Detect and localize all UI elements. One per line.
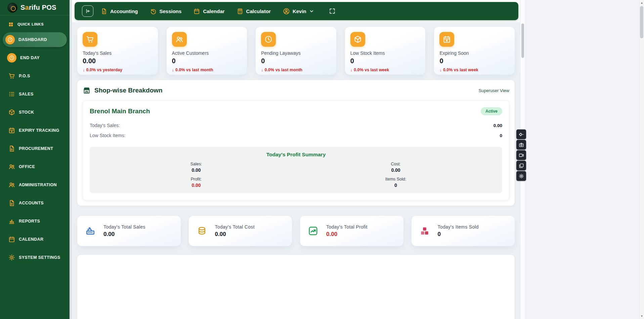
cart-icon	[83, 32, 97, 47]
main-area: Accounting Sessions Calendar Calculator	[72, 0, 520, 319]
topbar-link-calendar[interactable]: Calendar	[194, 8, 224, 14]
profit-cell-cost: Cost: 0.00	[296, 162, 496, 173]
layers-icon	[519, 163, 524, 168]
topbar-wrap: Accounting Sessions Calendar Calculator	[72, 0, 520, 22]
topbar-links: Accounting Sessions Calendar Calculator	[101, 8, 271, 14]
sidebar-collapse-button[interactable]	[82, 5, 93, 17]
sidebar-item-expiry-tracking[interactable]: EXPIRY TRACKING	[0, 123, 70, 138]
down-arrow-icon: ↓	[350, 67, 353, 72]
branch-row-low-stock: Low Stock Items: 0	[90, 133, 502, 138]
stat-card-expiring-soon: Expiring Soon 0 ↓0.0% vs last week	[434, 27, 515, 75]
down-arrow-icon: ↓	[439, 67, 442, 72]
profit-cell-sales: Sales: 0.00	[96, 162, 296, 173]
branch-card: Brenol Main Branch Active Today's Sales:…	[83, 100, 509, 200]
sidebar-item-pos[interactable]: P.O.S	[0, 69, 70, 83]
sidebar-item-end-day[interactable]: END DAY	[0, 50, 70, 65]
store-icon	[83, 86, 91, 94]
status-badge: Active	[481, 107, 502, 115]
calendar-x-icon	[8, 127, 15, 134]
clock-icon	[261, 32, 276, 47]
sidebar-scrollbar[interactable]	[70, 0, 72, 319]
users-icon	[8, 163, 15, 170]
topbar-link-sessions[interactable]: Sessions	[150, 8, 182, 14]
scrollbar-thumb[interactable]	[521, 24, 524, 58]
box-icon	[350, 32, 365, 47]
down-arrow-icon: ↓	[83, 67, 85, 72]
app-root: Sarifu POS QUICK LINKS DASHBOARD END DAY…	[0, 0, 644, 319]
gear-icon	[8, 254, 15, 261]
shop-breakdown-panel: Shop-wise Breakdown Superuser View Breno…	[77, 80, 515, 206]
target-dots-icon	[519, 132, 524, 137]
topbar-link-accounting[interactable]: Accounting	[101, 8, 138, 14]
total-card-sales: Today's Total Sales 0.00	[77, 216, 181, 246]
topbar-link-calculator[interactable]: Calculator	[237, 8, 271, 14]
fullscreen-button[interactable]	[329, 8, 336, 14]
sidebar-item-reports[interactable]: REPORTS	[0, 214, 70, 229]
windows-button[interactable]	[516, 161, 526, 170]
calendar-icon	[194, 8, 200, 14]
settings-button[interactable]	[516, 171, 526, 181]
brand-name: Sarifu POS	[20, 4, 56, 11]
sidebar-item-accounts[interactable]: ACCOUNTS	[0, 196, 70, 210]
extension-toolbar	[516, 129, 526, 181]
file-icon	[8, 200, 15, 206]
superuser-view-link[interactable]: Superuser View	[478, 88, 509, 93]
next-section-panel	[77, 255, 515, 319]
sidebar-item-dashboard[interactable]: DASHBOARD	[3, 32, 67, 47]
list-icon	[8, 91, 15, 97]
sidebar-item-calendar[interactable]: CALENDAR	[0, 232, 70, 247]
capture-target-button[interactable]	[516, 129, 526, 139]
screenshot-button[interactable]	[516, 140, 526, 150]
cubes-icon	[419, 225, 430, 237]
branch-row-todays-sales: Today's Sales: 0.00	[90, 123, 502, 128]
topbar: Accounting Sessions Calendar Calculator	[75, 2, 518, 20]
stat-card-row: Today's Sales 0.00 ↓0.0% vs yesterday Ac…	[77, 27, 515, 75]
sidebar-item-procurement[interactable]: PROCUREMENT	[0, 141, 70, 156]
gauge-icon	[5, 35, 15, 44]
cash-register-icon	[85, 225, 96, 237]
down-arrow-icon: ↓	[261, 67, 263, 72]
stat-card-low-stock-items: Low Stock Items 0 ↓0.0% vs last week	[345, 27, 426, 75]
totals-card-row: Today's Total Sales 0.00 Today's Total C…	[77, 216, 515, 246]
sidebar-item-sales[interactable]: SALES	[0, 87, 70, 102]
brand: Sarifu POS	[0, 0, 70, 15]
user-name: Kevin	[293, 8, 306, 14]
sidebar: Sarifu POS QUICK LINKS DASHBOARD END DAY…	[0, 0, 70, 319]
scrollbar-thumb[interactable]	[640, 6, 643, 38]
profit-cell-items-sold: Items Sold: 0	[296, 177, 496, 188]
calculator-icon	[237, 8, 243, 14]
fullscreen-icon	[329, 8, 336, 14]
box-icon	[8, 109, 15, 116]
chevron-down-icon	[309, 9, 314, 14]
scroll-up-arrow-icon[interactable]: ▲	[639, 0, 644, 5]
history-icon	[150, 8, 157, 14]
brand-logo-icon	[7, 3, 17, 13]
camera-icon	[519, 142, 524, 148]
video-camera-icon	[519, 153, 524, 158]
bar-chart-icon	[8, 218, 15, 225]
clock-icon	[7, 53, 16, 63]
quick-links-header: QUICK LINKS	[0, 20, 70, 28]
screen-record-button[interactable]	[516, 150, 526, 160]
profit-cell-profit: Profit: 0.00	[96, 177, 296, 188]
trend-chart-icon	[307, 225, 319, 237]
sidebar-item-administration[interactable]: ADMINISTRATION	[0, 177, 70, 192]
profit-summary-panel: Today's Profit Summary Sales: 0.00 Cost:…	[90, 147, 502, 193]
scroll-down-arrow-icon[interactable]: ▼	[639, 314, 644, 319]
page-scrollbar[interactable]: ▲ ▼	[639, 0, 644, 319]
total-card-cost: Today's Total Cost 0.00	[189, 216, 292, 246]
sidebar-item-system-settings[interactable]: SYSTEM SETTINGS	[0, 250, 70, 265]
dashboard-content: Today's Sales 0.00 ↓0.0% vs yesterday Ac…	[72, 22, 520, 319]
users-icon	[8, 182, 15, 188]
sidebar-item-stock[interactable]: STOCK	[0, 105, 70, 120]
stat-card-pending-layaways: Pending Layaways 0 ↓0.0% vs last month	[256, 27, 336, 75]
sidebar-item-office[interactable]: OFFICE	[0, 159, 70, 174]
cart-icon	[8, 73, 15, 79]
grid-icon	[8, 22, 13, 27]
user-menu[interactable]: Kevin	[283, 8, 314, 15]
file-icon	[8, 145, 15, 152]
total-card-profit: Today's Total Profit 0.00	[300, 216, 403, 246]
calendar-icon	[8, 236, 15, 243]
stat-card-todays-sales: Today's Sales 0.00 ↓0.0% vs yesterday	[77, 27, 158, 75]
file-icon	[101, 8, 107, 14]
